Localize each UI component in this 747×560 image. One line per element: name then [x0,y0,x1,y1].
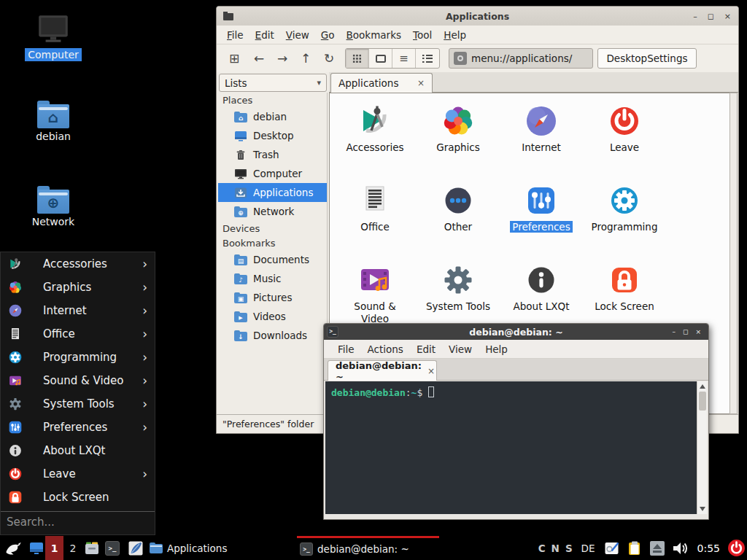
task-button-terminal[interactable]: >_ debian@debian: ~ [297,536,439,560]
bookmarks-header: Bookmarks [218,236,327,250]
close-button[interactable]: × [724,12,731,20]
programming-icon [8,350,23,365]
downloads-folder-icon: ↓ [234,330,247,341]
task-button-applications[interactable]: Applications [150,536,259,560]
quicklaunch-terminal[interactable]: >_ [105,536,120,560]
icon-view-button[interactable] [346,49,369,68]
tab-applications[interactable]: Applications × [330,73,433,93]
terminal-scrollbar[interactable] [697,381,707,514]
menu-item-office[interactable]: Office › [1,322,155,346]
tab-close-icon[interactable]: × [417,78,425,88]
volume-icon[interactable] [671,540,690,557]
fm-vertical-scrollbar[interactable] [729,93,738,414]
menu-search-input[interactable]: Search... [1,511,155,532]
terminal-screen[interactable]: debian@debian:~$ [325,381,707,514]
sidebar-item-music[interactable]: ♪ Music [218,269,327,288]
grid-item-programming[interactable]: Programming [583,180,666,257]
grid-item-other[interactable]: Other [417,180,500,257]
grid-item-internet[interactable]: Internet [500,101,583,178]
menu-view[interactable]: View [280,27,315,43]
maximize-button[interactable]: ◻ [708,12,714,20]
back-button[interactable]: ← [249,48,269,69]
sidebar-item-trash[interactable]: Trash [218,145,327,164]
desktop-settings-button[interactable]: DesktopSettings [597,48,697,69]
menu-file[interactable]: File [221,27,249,43]
shell-prompt: debian@debian:~$ [331,386,434,398]
clipboard-icon[interactable] [626,540,643,557]
menu-bookmarks[interactable]: Bookmarks [341,27,407,43]
terminal-titlebar[interactable]: >_ debian@debian: ~ – ◻ × [324,324,708,340]
grid-item-preferences[interactable]: Preferences [500,180,583,257]
minimize-button[interactable]: – [693,12,697,20]
power-button-icon[interactable] [727,539,746,557]
menu-edit[interactable]: Edit [410,341,442,357]
new-tab-button[interactable]: ⊞ [224,48,244,69]
workspace-2-button[interactable]: 2 [67,536,79,560]
menu-tool[interactable]: Tool [407,27,438,43]
workspace-1-button[interactable]: 1 [45,536,63,560]
keyboard-layout-indicator[interactable]: DE [581,542,595,554]
menu-item-lock-screen[interactable]: Lock Screen [1,486,155,509]
maximize-button[interactable]: ◻ [683,328,688,336]
grid-item-leave[interactable]: Leave [583,101,666,178]
detailed-list-view-button[interactable]: ≡ [392,49,416,68]
path-bar[interactable]: menu://applications/ [449,48,593,69]
menu-go[interactable]: Go [315,27,341,43]
reload-button[interactable]: ↻ [319,48,339,69]
grid-item-office[interactable]: Office [333,180,417,257]
menu-item-graphics[interactable]: Graphics › [1,276,155,299]
sidebar-item-documents[interactable]: ▤ Documents [218,250,327,269]
desktop-icon-computer[interactable]: Computer [20,13,87,61]
menu-file[interactable]: File [331,341,361,357]
back-icon: ← [254,51,264,66]
system-tools-icon [8,397,23,411]
fm-titlebar[interactable]: Applications – ◻ × [217,7,738,26]
menu-help[interactable]: Help [438,27,472,43]
tab-close-icon[interactable]: × [427,366,435,376]
sidebar-item-desktop[interactable]: Desktop [218,126,327,145]
lists-combobox[interactable]: Lists ▾ [219,74,327,92]
sidebar-item-computer[interactable]: Computer [218,164,327,183]
desktop-icon-network[interactable]: ⊕ Network [20,186,87,228]
menu-help[interactable]: Help [479,341,514,357]
sidebar-item-network[interactable]: ⊕ Network [218,202,327,221]
grid-item-graphics[interactable]: Graphics [417,101,500,178]
submenu-arrow-icon: › [142,467,147,481]
close-button[interactable]: × [695,328,701,336]
up-button[interactable]: ↑ [295,48,316,69]
sidebar-item-pictures[interactable]: ▣ Pictures [218,288,327,307]
menu-item-preferences[interactable]: Preferences › [1,416,155,439]
system-tools-icon [417,260,500,298]
menu-item-system-tools[interactable]: System Tools › [1,392,155,416]
menu-item-internet[interactable]: Internet › [1,299,155,322]
scrollbar-thumb[interactable] [699,392,706,411]
quicklaunch-featherpad[interactable] [127,536,144,560]
show-desktop-button[interactable] [28,536,45,560]
sidebar-item-downloads[interactable]: ↓ Downloads [218,326,327,345]
desktop-icon-debian[interactable]: ⌂ debian [20,101,87,143]
screenshot-tool-icon[interactable] [603,540,621,557]
terminal-tab[interactable]: debian@debian: ~ × [328,360,437,381]
clock[interactable]: 0:55 [697,542,720,554]
menu-actions[interactable]: Actions [361,341,410,357]
sidebar-item-debian[interactable]: ⌂ debian [218,107,327,126]
app-menu-button[interactable] [4,536,23,560]
menu-edit[interactable]: Edit [249,27,280,43]
thumbnail-view-button[interactable] [369,49,392,68]
eject-removable-media-icon[interactable] [649,540,666,557]
forward-button[interactable]: → [272,48,293,69]
quicklaunch-file-manager[interactable] [83,536,101,560]
menu-item-leave[interactable]: Leave › [1,462,155,486]
minimize-button[interactable]: – [672,328,676,336]
menu-item-about-lxqt[interactable]: About LXQt [1,439,155,462]
sidebar-item-videos[interactable]: ▶ Videos [218,307,327,326]
compact-view-button[interactable] [416,49,439,68]
scroll-down-icon[interactable] [700,507,705,511]
menu-view[interactable]: View [442,341,479,357]
scroll-up-icon[interactable] [700,384,705,389]
sidebar-item-applications[interactable]: Applications [218,183,327,202]
menu-item-programming[interactable]: Programming › [1,346,155,369]
menu-item-sound-video[interactable]: Sound & Video › [1,369,155,392]
grid-item-accessories[interactable]: Accessories [333,101,417,178]
menu-item-accessories[interactable]: Accessories › [1,252,155,276]
